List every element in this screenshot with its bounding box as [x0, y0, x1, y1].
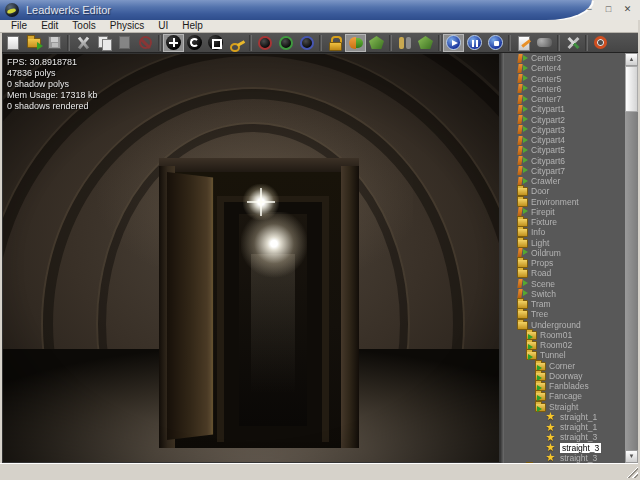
play-button[interactable]: [443, 34, 464, 52]
open-project-button[interactable]: [23, 34, 44, 52]
folder-icon: [517, 198, 528, 207]
tree-item-label: Tram: [531, 299, 551, 309]
tree-item-room02[interactable]: Room02: [504, 340, 625, 350]
model-icon: [517, 105, 528, 114]
help-ring-button[interactable]: [590, 34, 611, 52]
tree-item-straight_3[interactable]: straight_3: [504, 453, 625, 463]
tree-item-label: Oildrum: [531, 248, 561, 258]
tree-item-citypart7[interactable]: Citypart7: [504, 166, 625, 176]
copy-button[interactable]: [93, 34, 114, 52]
tree-item-citypart3[interactable]: Citypart3: [504, 125, 625, 135]
tree-item-doorway[interactable]: Doorway: [504, 371, 625, 381]
lock-icon: [327, 35, 343, 51]
save-icon: [48, 36, 61, 49]
menu-tools[interactable]: Tools: [65, 20, 102, 32]
titlebar[interactable]: Leadwerks Editor −□✕: [0, 0, 640, 20]
tree-item-fancage[interactable]: Fancage: [504, 391, 625, 401]
tree-item-citypart6[interactable]: Citypart6: [504, 156, 625, 166]
model-icon: [517, 54, 528, 63]
menu-ui[interactable]: UI: [151, 20, 175, 32]
play-icon: [446, 35, 461, 50]
resize-grip[interactable]: [626, 466, 638, 478]
model-icon: [517, 115, 528, 124]
open-project-icon: [27, 38, 41, 48]
tunnel-scene: [3, 54, 499, 462]
vegetation-button[interactable]: [415, 34, 436, 52]
viewport-3d[interactable]: FPS: 30.891878147836 polys0 shadow polys…: [2, 53, 500, 463]
move-tool-icon: [166, 35, 181, 50]
tree-item-light[interactable]: Light: [504, 238, 625, 248]
axis-y-button[interactable]: [275, 34, 296, 52]
scroll-down-button[interactable]: ▼: [625, 450, 638, 463]
tree-item-citypart1[interactable]: Citypart1: [504, 104, 625, 114]
move-tool-button[interactable]: [163, 34, 184, 52]
axis-x-button[interactable]: [254, 34, 275, 52]
mesh-mode-button[interactable]: [366, 34, 387, 52]
tree-item-environment[interactable]: Environment: [504, 197, 625, 207]
pause-button[interactable]: [464, 34, 485, 52]
tree-item-citypart2[interactable]: Citypart2: [504, 115, 625, 125]
tree-item-road[interactable]: Road: [504, 268, 625, 278]
tree-item-straight_3[interactable]: straight_3: [504, 432, 625, 442]
tree-item-underground[interactable]: Underground: [504, 320, 625, 330]
menu-physics[interactable]: Physics: [103, 20, 151, 32]
pause-icon: [467, 35, 482, 50]
paste-button[interactable]: [114, 34, 135, 52]
rotate-tool-button[interactable]: [184, 34, 205, 52]
tree-item-citypart4[interactable]: Citypart4: [504, 135, 625, 145]
menu-edit[interactable]: Edit: [34, 20, 65, 32]
leadwerks-logo-icon: [5, 3, 19, 17]
minimize-button[interactable]: −: [583, 3, 596, 16]
menu-help[interactable]: Help: [175, 20, 210, 32]
tree-item-fanblades[interactable]: Fanblades: [504, 381, 625, 391]
tree-item-label: Citypart1: [531, 104, 565, 114]
tree-item-straight_1[interactable]: straight_1: [504, 412, 625, 422]
close-button[interactable]: ✕: [621, 3, 634, 16]
pick-tool-button[interactable]: [72, 34, 93, 52]
script-editor-button[interactable]: [513, 34, 534, 52]
tree-item-label: straight_1: [560, 422, 597, 432]
tree-item-straight_1[interactable]: straight_1: [504, 422, 625, 432]
model-icon: [517, 279, 528, 288]
tree-scrollbar[interactable]: ▲ ▼: [625, 53, 638, 463]
toolbar-separator: [319, 35, 322, 51]
prohibit-button[interactable]: [135, 34, 156, 52]
tree-item-room01[interactable]: Room01: [504, 330, 625, 340]
toolbar: [0, 33, 640, 53]
tree-item-label: Tunnel: [540, 350, 566, 360]
tree-item-label: Citypart6: [531, 156, 565, 166]
tree-item-corner[interactable]: Corner: [504, 361, 625, 371]
model-icon: [517, 166, 528, 175]
tree-item-label: Citypart5: [531, 145, 565, 155]
tree-item-scene[interactable]: Scene: [504, 279, 625, 289]
scrollbar-thumb[interactable]: [625, 66, 638, 112]
new-file-button[interactable]: [2, 34, 23, 52]
scale-tool-button[interactable]: [205, 34, 226, 52]
entity-mode-icon: [348, 35, 364, 51]
tree-item-label: Citypart4: [531, 135, 565, 145]
axis-x-icon: [258, 36, 272, 50]
game-controller-button[interactable]: [534, 34, 555, 52]
axis-z-button[interactable]: [296, 34, 317, 52]
stop-button[interactable]: [485, 34, 506, 52]
tree-item-straight_3[interactable]: straight_3: [504, 443, 625, 453]
toolbar-separator: [508, 35, 511, 51]
save-button[interactable]: [44, 34, 65, 52]
lock-button[interactable]: [324, 34, 345, 52]
tree-item-center4[interactable]: Center4: [504, 63, 625, 73]
tree-item-center6[interactable]: Center6: [504, 84, 625, 94]
tree-item-center7[interactable]: Center7: [504, 94, 625, 104]
tree-item-tunnel[interactable]: Tunnel: [504, 350, 625, 360]
tree-item-center3[interactable]: Center3: [504, 53, 625, 63]
tree-item-straight[interactable]: Straight: [504, 402, 625, 412]
characters-button[interactable]: [394, 34, 415, 52]
maximize-button[interactable]: □: [602, 3, 615, 16]
menu-file[interactable]: File: [4, 20, 34, 32]
entity-mode-button[interactable]: [345, 34, 366, 52]
key-tool-button[interactable]: [226, 34, 247, 52]
tree-item-center5[interactable]: Center5: [504, 74, 625, 84]
tree-item-citypart5[interactable]: Citypart5: [504, 145, 625, 155]
scroll-up-button[interactable]: ▲: [625, 53, 638, 66]
options-tools-button[interactable]: [562, 34, 583, 52]
toolbar-separator: [557, 35, 560, 51]
